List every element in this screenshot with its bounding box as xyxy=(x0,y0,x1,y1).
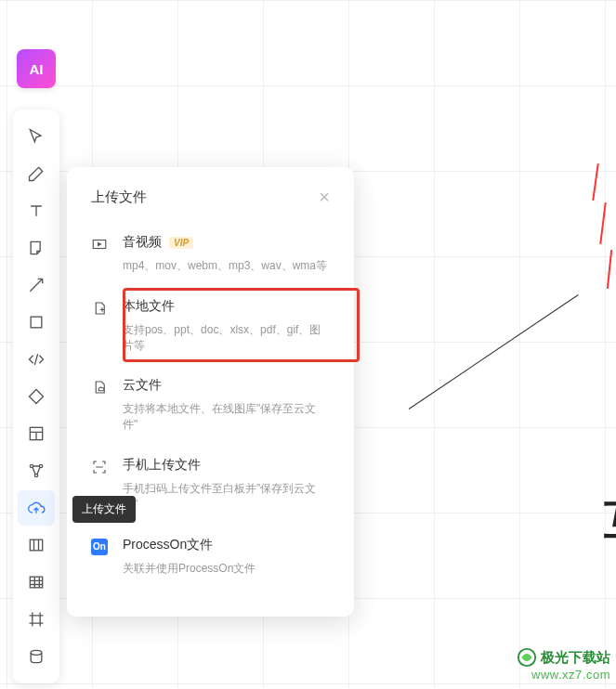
table-tool[interactable] xyxy=(18,565,55,600)
upload-tooltip: 上传文件 xyxy=(72,496,136,523)
code-tool[interactable] xyxy=(18,342,55,377)
cylinder-icon xyxy=(27,647,46,666)
canvas-text-fragment: 互 xyxy=(604,492,616,550)
connector-icon xyxy=(27,462,46,480)
red-stroke xyxy=(599,202,606,244)
ai-button[interactable]: AI xyxy=(17,49,56,88)
layout-tool[interactable] xyxy=(18,416,55,451)
cloud-upload-icon xyxy=(27,499,46,517)
video-icon xyxy=(91,234,110,274)
option-subtitle: 手机扫码上传文件至白板并"保存到云文件" xyxy=(123,481,330,513)
upload-option-cloud[interactable]: 云文件 支持将本地文件、在线图库"保存至云文件" xyxy=(67,366,354,446)
upload-popup: 上传文件 × 音视频 VIP mp4、mov、webm、mp3、wav、wma等… xyxy=(67,167,354,617)
square-icon xyxy=(27,313,46,332)
upload-tool[interactable] xyxy=(18,490,55,526)
upload-option-av[interactable]: 音视频 VIP mp4、mov、webm、mp3、wav、wma等 xyxy=(67,223,354,287)
option-subtitle: 支持将本地文件、在线图库"保存至云文件" xyxy=(123,401,330,433)
eraser-tool[interactable] xyxy=(18,379,55,414)
connector-tool[interactable] xyxy=(18,453,55,488)
close-icon: × xyxy=(319,187,330,207)
option-title: 音视频 xyxy=(123,234,162,251)
processon-icon: On xyxy=(91,537,110,577)
layout-icon xyxy=(27,424,46,443)
note-tool[interactable] xyxy=(18,230,55,266)
option-subtitle: 关联并使用ProcessOn文件 xyxy=(123,561,330,577)
option-title: ProcessOn文件 xyxy=(123,537,213,553)
pen-icon xyxy=(27,164,46,183)
shape-tool[interactable] xyxy=(18,305,55,340)
kanban-icon xyxy=(27,536,46,554)
component-tool[interactable] xyxy=(18,527,55,563)
watermark-line1: 极光下载站 xyxy=(541,648,610,667)
close-button[interactable]: × xyxy=(319,188,330,206)
watermark-line2: www.xz7.com xyxy=(517,668,610,683)
svg-rect-0 xyxy=(31,317,42,328)
watermark-logo-icon xyxy=(517,647,537,668)
cursor-tool[interactable] xyxy=(18,119,55,154)
text-tool[interactable] xyxy=(18,193,55,228)
option-title: 云文件 xyxy=(123,377,162,394)
option-subtitle: mp4、mov、webm、mp3、wav、wma等 xyxy=(123,258,330,274)
vip-badge: VIP xyxy=(169,237,193,249)
option-subtitle: 支持pos、ppt、doc、xlsx、pdf、gif、图片等 xyxy=(123,322,330,354)
vertical-toolbar xyxy=(13,110,59,683)
svg-rect-5 xyxy=(30,540,42,551)
frame-icon xyxy=(27,610,46,629)
file-plus-icon xyxy=(91,298,110,354)
option-title: 手机上传文件 xyxy=(123,457,201,474)
note-icon xyxy=(27,239,46,257)
frame-tool[interactable] xyxy=(18,602,55,637)
arrow-tool[interactable] xyxy=(18,267,55,303)
upload-option-local[interactable]: 本地文件 支持pos、ppt、doc、xlsx、pdf、gif、图片等 xyxy=(67,287,354,367)
red-stroke xyxy=(607,250,612,289)
upload-option-processon[interactable]: On ProcessOn文件 关联并使用ProcessOn文件 xyxy=(67,526,354,590)
svg-point-7 xyxy=(31,650,42,655)
ai-button-label: AI xyxy=(30,61,44,77)
popup-title: 上传文件 xyxy=(91,188,147,206)
option-title: 本地文件 xyxy=(123,298,175,315)
more-tool[interactable] xyxy=(18,639,55,674)
diamond-icon xyxy=(27,387,46,406)
pen-tool[interactable] xyxy=(18,156,55,191)
svg-rect-6 xyxy=(30,577,42,588)
text-icon xyxy=(27,202,46,220)
arrow-icon xyxy=(27,276,46,294)
cloud-file-icon xyxy=(91,377,110,433)
drawn-line xyxy=(409,294,579,410)
code-icon xyxy=(27,350,46,369)
red-stroke xyxy=(592,163,599,201)
table-icon xyxy=(27,573,46,592)
cursor-icon xyxy=(27,127,46,146)
watermark: 极光下载站 www.xz7.com xyxy=(517,647,610,683)
on-badge: On xyxy=(91,539,108,555)
